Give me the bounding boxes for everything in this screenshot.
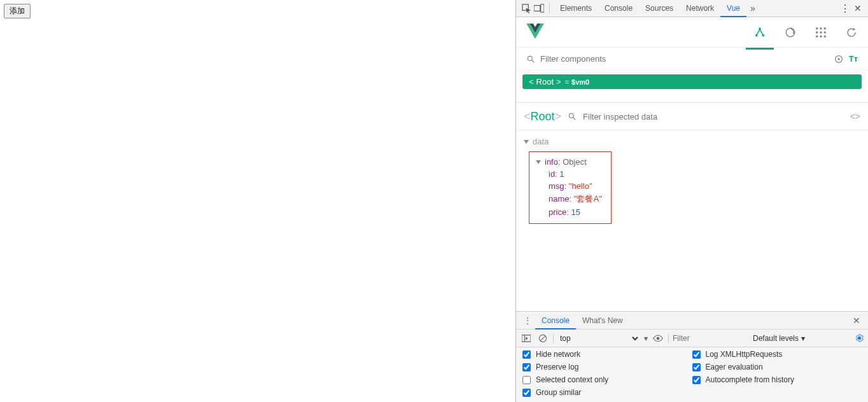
clear-console-icon[interactable] bbox=[536, 332, 549, 345]
add-button[interactable]: 添加 bbox=[4, 4, 31, 18]
svg-line-23 bbox=[573, 118, 576, 120]
rendered-page: 添加 bbox=[0, 0, 516, 402]
svg-point-15 bbox=[820, 35, 822, 38]
tree-node-root[interactable]: <Root> = $vm0 bbox=[522, 74, 862, 89]
svg-point-3 bbox=[759, 27, 761, 30]
sidebar-toggle-icon[interactable] bbox=[520, 332, 533, 345]
component-filter-bar: Tт bbox=[516, 48, 868, 71]
tab-vue[interactable]: Vue bbox=[720, 0, 746, 17]
vue-logo-icon bbox=[526, 24, 544, 41]
events-tab-icon[interactable] bbox=[815, 26, 827, 39]
data-section-header[interactable]: data bbox=[524, 137, 860, 146]
inspector-filter-input[interactable] bbox=[583, 112, 844, 121]
console-toolbar: top ▾ Default levels▾ bbox=[516, 329, 868, 347]
svg-rect-1 bbox=[534, 6, 540, 11]
inspect-element-icon[interactable] bbox=[520, 2, 533, 15]
context-select[interactable]: top bbox=[557, 333, 640, 343]
format-icon[interactable]: Tт bbox=[849, 54, 858, 64]
opt-preserve-log[interactable]: Preserve log bbox=[522, 363, 692, 371]
console-filter-input[interactable] bbox=[673, 334, 749, 343]
svg-line-19 bbox=[532, 60, 535, 62]
devtools-panel: Elements Console Sources Network Vue » ⋮… bbox=[516, 0, 868, 402]
svg-point-13 bbox=[824, 31, 827, 34]
angle-open: < bbox=[529, 77, 534, 87]
devtools-tabbar: Elements Console Sources Network Vue » ⋮… bbox=[516, 0, 868, 17]
tab-elements[interactable]: Elements bbox=[554, 0, 598, 17]
drawer-close-icon[interactable]: ✕ bbox=[849, 315, 864, 326]
tab-sources[interactable]: Sources bbox=[639, 0, 680, 17]
open-in-editor-icon[interactable]: <> bbox=[850, 111, 860, 121]
search-icon bbox=[568, 112, 577, 121]
components-tab-icon[interactable] bbox=[753, 26, 766, 39]
svg-point-10 bbox=[824, 27, 827, 29]
more-tabs-icon[interactable]: » bbox=[746, 2, 759, 15]
svg-point-14 bbox=[816, 35, 818, 38]
caret-down-icon bbox=[536, 160, 541, 164]
prop-id: id: 1 bbox=[549, 168, 602, 180]
drawer-menu-icon[interactable]: ⋮ bbox=[520, 316, 535, 325]
svg-point-21 bbox=[837, 58, 839, 60]
live-expression-icon[interactable] bbox=[652, 332, 664, 345]
eq-sign: = bbox=[565, 78, 569, 86]
vue-devtools-header bbox=[516, 17, 868, 48]
drawer-tabs: ⋮ Console What's New ✕ bbox=[516, 312, 868, 329]
drawer-tab-console[interactable]: Console bbox=[535, 312, 576, 329]
log-levels-select[interactable]: Default levels▾ bbox=[753, 334, 805, 343]
svg-marker-26 bbox=[526, 336, 528, 340]
opt-eager-eval[interactable]: Eager evaluation bbox=[692, 363, 862, 371]
console-settings-icon[interactable] bbox=[855, 333, 864, 343]
tree-node-label: Root bbox=[536, 77, 554, 87]
vuex-tab-icon[interactable] bbox=[784, 26, 797, 39]
prop-name: name: "套餐A" bbox=[549, 192, 602, 206]
separator bbox=[553, 333, 554, 343]
drawer-tab-whatsnew[interactable]: What's New bbox=[576, 312, 629, 329]
component-filter-input[interactable] bbox=[540, 54, 829, 64]
devtools-close-icon[interactable]: ✕ bbox=[851, 2, 864, 15]
component-tree: <Root> = $vm0 bbox=[516, 71, 868, 102]
svg-point-22 bbox=[569, 113, 573, 118]
vue-nav-icons bbox=[753, 26, 858, 39]
svg-marker-17 bbox=[853, 27, 856, 31]
svg-point-16 bbox=[824, 35, 827, 38]
inspector-header: <Root> <> bbox=[516, 102, 868, 130]
console-options: Hide network Log XMLHttpRequests Preserv… bbox=[516, 347, 868, 402]
separator bbox=[668, 333, 669, 343]
tab-network[interactable]: Network bbox=[680, 0, 720, 17]
svg-point-18 bbox=[528, 56, 532, 60]
target-icon[interactable] bbox=[834, 54, 844, 64]
opt-group-similar[interactable]: Group similar bbox=[522, 388, 692, 397]
prop-msg: msg: "hello" bbox=[549, 180, 602, 192]
svg-rect-2 bbox=[541, 4, 544, 12]
data-object-box: info: Object id: 1 msg: "hello" name: "套… bbox=[529, 151, 612, 224]
object-header[interactable]: info: Object bbox=[536, 156, 602, 168]
separator bbox=[549, 3, 550, 13]
prop-price: price: 15 bbox=[549, 206, 602, 218]
data-panel: data info: Object id: 1 msg: "hello" nam… bbox=[516, 130, 868, 311]
dropdown-caret-icon: ▾ bbox=[644, 334, 648, 343]
opt-autocomplete[interactable]: Autocomplete from history bbox=[692, 375, 862, 384]
devtools-menu-icon[interactable]: ⋮ bbox=[839, 2, 851, 15]
vm-ref: $vm0 bbox=[571, 78, 589, 86]
search-icon bbox=[526, 55, 535, 64]
svg-point-29 bbox=[657, 336, 660, 340]
svg-point-9 bbox=[820, 27, 822, 29]
opt-log-xhr[interactable]: Log XMLHttpRequests bbox=[692, 350, 862, 359]
caret-down-icon bbox=[524, 140, 529, 144]
console-drawer: ⋮ Console What's New ✕ top ▾ Default lev… bbox=[516, 311, 868, 402]
tab-console[interactable]: Console bbox=[598, 0, 639, 17]
angle-close: > bbox=[556, 77, 561, 87]
svg-point-12 bbox=[820, 31, 822, 34]
opt-selected-context[interactable]: Selected context only bbox=[522, 375, 692, 384]
refresh-icon[interactable] bbox=[845, 26, 858, 39]
svg-line-28 bbox=[540, 335, 545, 340]
inspector-title: <Root> bbox=[524, 109, 561, 123]
device-toolbar-icon[interactable] bbox=[533, 2, 545, 15]
svg-point-11 bbox=[816, 31, 818, 34]
opt-hide-network[interactable]: Hide network bbox=[522, 350, 692, 359]
svg-point-8 bbox=[816, 27, 818, 29]
